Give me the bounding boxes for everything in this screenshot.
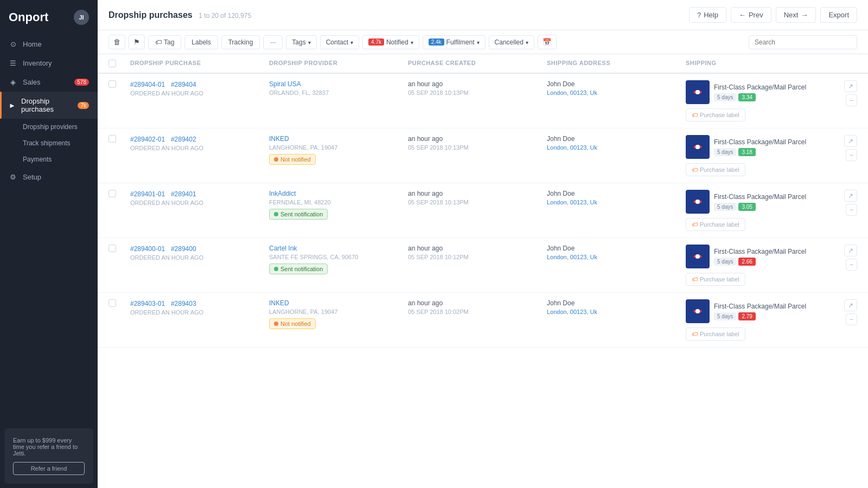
header-shipping: SHIPPING	[686, 60, 825, 67]
labels-button[interactable]: Labels	[184, 35, 218, 49]
fulfilment-filter[interactable]: 2.4k Fulfilment	[423, 35, 486, 49]
sidebar-item-sales[interactable]: ◈ Sales 578	[0, 73, 98, 92]
order-id-link[interactable]: #289400	[171, 245, 196, 253]
shipping-addr: London, 00123, Uk	[547, 89, 686, 96]
help-button[interactable]: ? Help	[689, 7, 726, 23]
header-actions: ? Help ← Prev Next → Export	[689, 7, 857, 23]
flag-button[interactable]: ⚑	[129, 35, 145, 49]
external-link-button[interactable]: ↗	[844, 245, 857, 256]
carrier-info: First-Class Package/Mail Parcel 5 days 3…	[686, 80, 825, 104]
carrier-logo	[686, 190, 710, 214]
contact-filter[interactable]: Contact	[320, 35, 359, 49]
price-tag: 2.79	[738, 312, 755, 320]
provider-name-link[interactable]: InkAddict	[269, 190, 408, 197]
provider-location: FERNDALE, MI, 48220	[269, 199, 408, 206]
sent-notification-badge: Sent notification	[269, 209, 328, 220]
row-checkbox-cell	[108, 80, 130, 88]
purchase-time: 05 SEP 2018 10:02PM	[408, 309, 547, 315]
provider-location: LANGHORNE, PA, 19047	[269, 309, 408, 315]
row-checkbox[interactable]	[108, 80, 116, 88]
more-button[interactable]: ···	[263, 35, 283, 49]
purchase-label-button[interactable]: 🏷 Purchase label	[686, 163, 745, 176]
tag-button[interactable]: 🏷 Tag	[148, 35, 181, 49]
tracking-button[interactable]: Tracking	[221, 35, 260, 49]
header-dropship-purchase: DROPSHIP PURCHASE	[130, 60, 269, 67]
order-id-link[interactable]: #289403	[171, 300, 196, 307]
external-link-button[interactable]: ↗	[844, 80, 857, 92]
sidebar-item-track-shipments[interactable]: Track shipments	[0, 135, 98, 151]
ordered-time: ORDERED AN HOUR AGO	[130, 254, 269, 261]
notified-filter[interactable]: 4.7k Notified	[362, 35, 419, 49]
external-link-button[interactable]: ↗	[844, 299, 857, 311]
refer-friend-button[interactable]: Refer a friend	[13, 462, 85, 475]
calendar-button[interactable]: 📅	[538, 35, 557, 49]
prev-button[interactable]: ← Prev	[731, 7, 771, 23]
sent-notification-badge: Sent notification	[269, 264, 328, 274]
purchase-date: an hour ago	[408, 135, 547, 143]
purchase-label-button[interactable]: 🏷 Purchase label	[686, 218, 745, 231]
sidebar-item-home[interactable]: ⊙ Home	[0, 35, 98, 54]
notified-chevron-icon	[411, 38, 413, 46]
purchase-id-link[interactable]: #289402-01	[130, 136, 165, 143]
row-checkbox[interactable]	[108, 245, 116, 252]
next-button[interactable]: Next →	[776, 7, 816, 23]
remove-button[interactable]: −	[846, 149, 857, 161]
external-link-button[interactable]: ↗	[844, 190, 857, 202]
provider-name-link[interactable]: Spiral USA	[269, 80, 408, 88]
price-tag: 3.05	[738, 203, 755, 211]
ordered-time: ORDERED AN HOUR AGO	[130, 309, 269, 316]
purchase-cell: #289400-01 #289400 ORDERED AN HOUR AGO	[130, 245, 269, 261]
cancelled-filter[interactable]: Cancelled	[489, 35, 534, 49]
shipping-name: John Doe	[547, 190, 686, 197]
sales-badge: 578	[74, 79, 89, 86]
remove-button[interactable]: −	[846, 204, 857, 216]
delete-button[interactable]: 🗑	[108, 35, 125, 49]
select-all-checkbox[interactable]	[108, 60, 116, 67]
remove-button[interactable]: −	[846, 94, 857, 106]
sidebar-item-payments[interactable]: Payments	[0, 151, 98, 168]
export-button[interactable]: Export	[820, 7, 857, 23]
order-id-link[interactable]: #289401	[171, 190, 196, 198]
search-input[interactable]	[749, 35, 857, 49]
external-link-button[interactable]: ↗	[844, 135, 857, 147]
days-tag: 5 days	[714, 312, 736, 320]
page-title: Dropship purchases	[108, 10, 193, 20]
row-checkbox[interactable]	[108, 299, 116, 307]
purchase-cell: #289402-01 #289402 ORDERED AN HOUR AGO	[130, 135, 269, 151]
row-checkbox[interactable]	[108, 190, 116, 197]
tags-filter[interactable]: Tags	[286, 35, 316, 49]
row-actions: ↗ −	[825, 245, 857, 271]
sidebar-item-dropship-purchases[interactable]: ► Dropship purchases 7k	[0, 92, 98, 119]
provider-name-link[interactable]: INKED	[269, 135, 408, 143]
minus-icon: −	[850, 151, 853, 159]
minus-icon: −	[850, 261, 853, 268]
provider-name-link[interactable]: INKED	[269, 299, 408, 307]
sidebar-item-label: Inventory	[23, 59, 52, 67]
purchase-id-link[interactable]: #289400-01	[130, 245, 165, 253]
sidebar: Onport JI ⊙ Home ☰ Inventory ◈ Sales 578…	[0, 0, 98, 488]
remove-button[interactable]: −	[846, 313, 857, 325]
purchase-created-cell: an hour ago 05 SEP 2018 10:13PM	[408, 80, 547, 96]
carrier-tags: 5 days 3.34	[714, 93, 806, 101]
shipping-addr: London, 00123, Uk	[547, 199, 686, 206]
contact-chevron-icon	[350, 38, 353, 46]
order-id-link[interactable]: #289402	[171, 136, 196, 143]
purchase-id-link[interactable]: #289403-01	[130, 300, 165, 307]
sidebar-item-setup[interactable]: ⚙ Setup	[0, 168, 98, 187]
provider-name-link[interactable]: Cartel Ink	[269, 245, 408, 252]
label-icon: 🏷	[692, 276, 698, 282]
purchase-id-link[interactable]: #289404-01	[130, 81, 165, 88]
tag-icon: 🏷	[155, 38, 162, 46]
purchase-id-link[interactable]: #289401-01	[130, 190, 165, 198]
minus-icon: −	[850, 316, 853, 323]
sidebar-item-dropship-providers[interactable]: Dropship providers	[0, 119, 98, 135]
order-id-link[interactable]: #289404	[171, 81, 196, 88]
remove-button[interactable]: −	[846, 259, 857, 271]
purchase-label-button[interactable]: 🏷 Purchase label	[686, 108, 745, 121]
purchase-label-button[interactable]: 🏷 Purchase label	[686, 328, 745, 341]
sidebar-item-inventory[interactable]: ☰ Inventory	[0, 54, 98, 73]
carrier-info: First-Class Package/Mail Parcel 5 days 3…	[686, 135, 825, 159]
row-checkbox[interactable]	[108, 135, 116, 143]
shipping-name: John Doe	[547, 299, 686, 307]
purchase-label-button[interactable]: 🏷 Purchase label	[686, 273, 745, 286]
